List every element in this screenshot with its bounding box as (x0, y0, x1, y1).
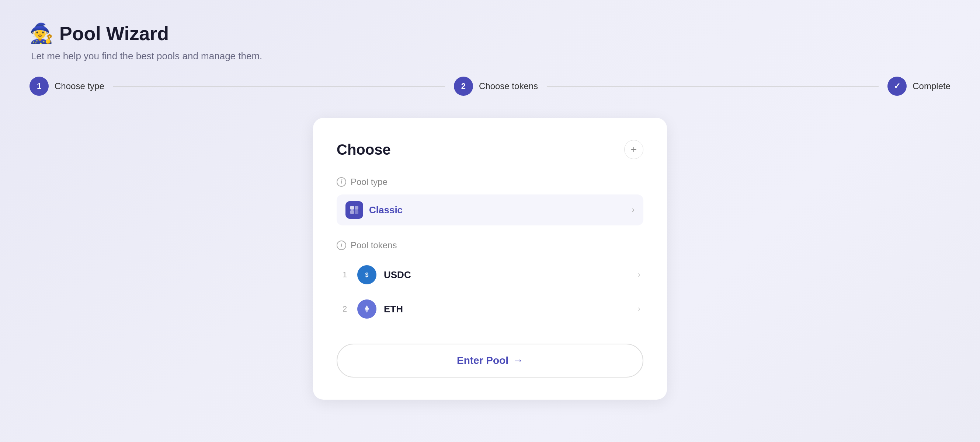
pool-tokens-label-text: Pool tokens (351, 240, 397, 250)
step-choose-type[interactable]: 1 Choose type (30, 77, 104, 96)
svg-rect-1 (355, 206, 358, 209)
card-title: Choose (337, 141, 391, 158)
title-emoji: 🧙 (30, 22, 54, 44)
svg-text:$: $ (365, 272, 369, 278)
svg-rect-0 (350, 206, 354, 209)
stepper: 1 Choose type 2 Choose tokens Complete (30, 77, 950, 96)
pool-type-icon (345, 201, 363, 219)
pool-tokens-section-label: i Pool tokens (337, 240, 643, 250)
pool-type-chevron: › (632, 205, 635, 215)
pool-tokens-info-icon: i (337, 241, 346, 250)
close-button[interactable]: + (624, 140, 643, 159)
token-2-index: 2 (340, 304, 350, 314)
enter-pool-button[interactable]: Enter Pool → (337, 344, 643, 377)
step-1-label: Choose type (54, 81, 104, 91)
wizard-card: Choose + i Pool type Classic › (313, 118, 667, 400)
step-1-circle: 1 (30, 77, 49, 96)
pool-type-section-label: i Pool type (337, 177, 643, 187)
step-3-label: Complete (913, 81, 950, 91)
usdc-name: USDC (384, 269, 630, 281)
usdc-chevron: › (638, 270, 640, 280)
tokens-section: i Pool tokens 1 $ USDC › (337, 240, 643, 326)
pool-type-label-text: Pool type (351, 177, 388, 187)
pool-type-name: Classic (369, 204, 626, 216)
pool-type-row[interactable]: Classic › (337, 195, 643, 225)
step-2-label: Choose tokens (479, 81, 538, 91)
eth-icon (357, 299, 377, 318)
pool-type-info-icon: i (337, 177, 346, 187)
svg-rect-3 (355, 210, 358, 214)
eth-chevron: › (638, 304, 640, 314)
step-3-circle (888, 77, 907, 96)
token-row-usdc[interactable]: 1 $ USDC › (337, 258, 643, 292)
svg-rect-2 (350, 210, 354, 214)
token-1-index: 1 (340, 270, 350, 280)
subtitle: Let me help you find the best pools and … (31, 51, 950, 62)
enter-pool-arrow: → (513, 355, 523, 366)
eth-name: ETH (384, 304, 630, 315)
step-choose-tokens[interactable]: 2 Choose tokens (454, 77, 538, 96)
step-connector-1 (113, 86, 445, 87)
main-content: Choose + i Pool type Classic › (30, 118, 950, 420)
step-complete[interactable]: Complete (888, 77, 950, 96)
token-row-eth[interactable]: 2 ETH › (337, 292, 643, 326)
card-header: Choose + (337, 140, 643, 159)
usdc-icon: $ (357, 265, 377, 284)
enter-pool-label: Enter Pool (457, 355, 508, 366)
page-title: 🧙 Pool Wizard (30, 22, 950, 44)
page-header: 🧙 Pool Wizard Let me help you find the b… (30, 22, 950, 62)
step-connector-2 (547, 86, 878, 87)
step-2-circle: 2 (454, 77, 473, 96)
title-text: Pool Wizard (59, 22, 169, 44)
